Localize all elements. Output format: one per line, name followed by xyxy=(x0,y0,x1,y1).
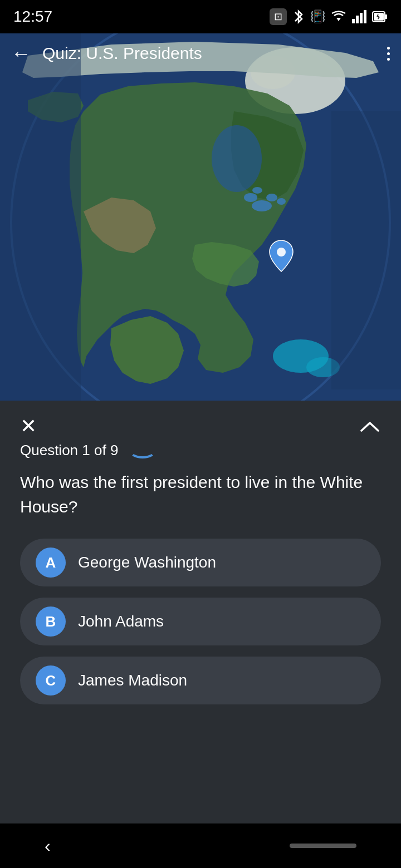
option-b-badge: B xyxy=(36,606,66,637)
app-title: Quiz: U.S. Presidents xyxy=(42,44,387,63)
nav-back-button[interactable]: ‹ xyxy=(45,836,51,856)
battery-icon xyxy=(372,11,388,23)
question-header: Question 1 of 9 xyxy=(0,442,401,470)
svg-point-18 xyxy=(252,187,262,194)
screen-record-icon: ⊡ xyxy=(274,11,282,23)
loading-arc xyxy=(129,443,156,458)
map-area: ← Quiz: U.S. Presidents xyxy=(0,0,401,445)
svg-point-17 xyxy=(277,198,286,205)
back-button[interactable]: ← xyxy=(11,42,31,65)
map-background: ← Quiz: U.S. Presidents xyxy=(0,0,401,445)
svg-rect-2 xyxy=(360,13,363,23)
vibrate-icon: 📳 xyxy=(310,9,325,24)
nav-home-pill[interactable] xyxy=(290,844,356,848)
panel-top-bar: ✕ xyxy=(0,401,401,442)
question-counter: Question 1 of 9 xyxy=(20,442,118,459)
svg-rect-22 xyxy=(331,111,401,389)
option-c-badge: C xyxy=(36,665,66,696)
svg-rect-0 xyxy=(352,19,355,23)
more-dot-2 xyxy=(387,52,390,55)
svg-point-15 xyxy=(244,193,257,202)
signal-icon xyxy=(352,10,366,23)
location-pin xyxy=(267,239,295,273)
nav-bar: ‹ xyxy=(0,823,401,868)
collapse-icon[interactable] xyxy=(359,418,381,434)
svg-point-23 xyxy=(212,125,262,192)
svg-rect-5 xyxy=(385,14,387,19)
more-dot-3 xyxy=(387,58,390,61)
wifi-icon xyxy=(331,10,346,23)
option-a-badge: A xyxy=(36,548,66,578)
bluetooth-icon xyxy=(292,9,305,24)
option-a-text: George Washington xyxy=(78,554,216,571)
svg-point-24 xyxy=(277,248,286,257)
option-b[interactable]: B John Adams xyxy=(20,598,381,645)
option-a[interactable]: A George Washington xyxy=(20,539,381,586)
close-button[interactable]: ✕ xyxy=(20,416,37,436)
option-c[interactable]: C James Madison xyxy=(20,657,381,704)
question-text: Who was the first president to live in t… xyxy=(0,470,401,539)
options-list: A George Washington B John Adams C James… xyxy=(0,539,401,704)
svg-point-16 xyxy=(266,194,277,201)
more-button[interactable] xyxy=(387,47,390,61)
screen-record-badge: ⊡ xyxy=(270,8,287,25)
option-b-text: John Adams xyxy=(78,613,164,630)
more-dot-1 xyxy=(387,47,390,50)
status-time: 12:57 xyxy=(13,8,52,26)
quiz-panel: ✕ Question 1 of 9 Who was the first pres… xyxy=(0,401,401,823)
svg-point-14 xyxy=(252,200,272,211)
status-bar: 12:57 ⊡ 📳 xyxy=(0,0,401,33)
option-c-text: James Madison xyxy=(78,672,187,689)
svg-rect-3 xyxy=(364,10,366,23)
status-icons: ⊡ 📳 xyxy=(270,8,388,25)
top-bar: ← Quiz: U.S. Presidents xyxy=(0,33,401,73)
svg-rect-1 xyxy=(356,16,359,23)
